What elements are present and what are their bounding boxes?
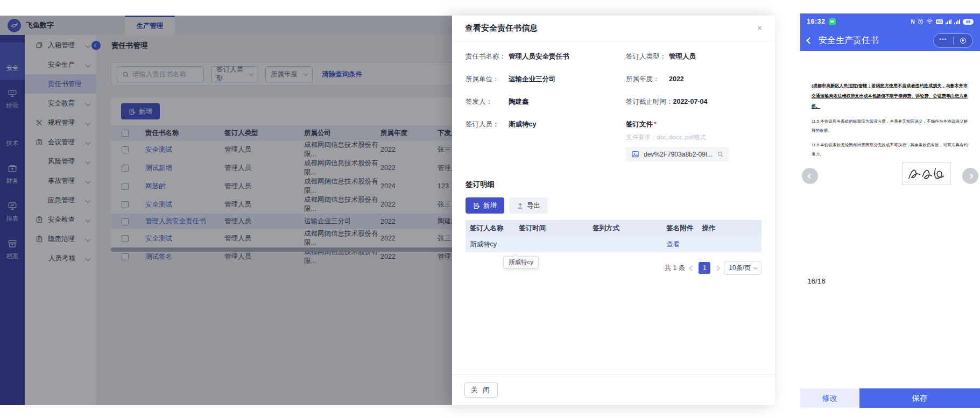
- edit-button[interactable]: 修改: [800, 388, 859, 408]
- phone-nav-bar: 安全生产责任书 •••: [800, 30, 980, 51]
- handwritten-signature: [906, 165, 948, 183]
- prev-page-circle[interactable]: [802, 168, 818, 184]
- view-attachment-link[interactable]: 查看: [666, 240, 680, 248]
- next-page-button[interactable]: [715, 266, 719, 270]
- doc-plus-icon: [473, 202, 480, 209]
- signing-detail-table: 签订人名称签订时间签到方式签名附件操作斯威特cy查看: [466, 220, 762, 252]
- close-icon[interactable]: ×: [757, 24, 762, 33]
- export-button[interactable]: 导出: [509, 197, 548, 214]
- field-value: 2022-07-04: [673, 98, 708, 105]
- signal-icon-2: [954, 19, 960, 24]
- detail-add-button[interactable]: 新增: [466, 197, 504, 214]
- field-value: 2022: [669, 75, 684, 83]
- more-menu-button[interactable]: •••: [934, 37, 953, 44]
- modal-footer: 关 闭: [452, 374, 775, 405]
- field-value: 管理人员安全责任书: [509, 53, 569, 60]
- back-chevron-icon[interactable]: [807, 38, 812, 43]
- page-indicator: 16/16: [807, 277, 826, 285]
- doc-paragraph: 11.6 本协议条款无论因何种原因部分无效或不可执行，其余条款仍有效，对双方具有…: [812, 140, 968, 159]
- image-file-icon: [631, 150, 639, 158]
- name-tooltip: 斯威特cy: [503, 256, 539, 268]
- doc-paragraph: 11.5 本协议所有条款的标题仅为阅读方便，本身并无实际涵义，不能作为本协议涵义…: [812, 117, 968, 135]
- battery-icon: 68: [963, 19, 974, 25]
- field-label: 签订截止时间：: [626, 97, 673, 107]
- column-header: 签名附件: [662, 220, 697, 236]
- file-chip-text: dev%2F7903a8b2-09f...: [644, 151, 713, 158]
- modal-title: 查看安全责任书信息: [465, 23, 538, 33]
- document-content: (成都市高新区人民法院)管辖；若因您方使用不当或者违约造成损失，乌鲁木齐市交通运…: [812, 81, 968, 159]
- chat-app-icon: [829, 18, 836, 25]
- record-close-button[interactable]: [954, 38, 973, 44]
- phone-page-title: 安全生产责任书: [819, 35, 879, 46]
- field-label: 所属单位：: [466, 75, 509, 84]
- detail-section-title: 签订明细: [466, 180, 762, 189]
- current-page-button[interactable]: 1: [699, 262, 710, 274]
- field-value: 管理人员: [669, 53, 696, 60]
- signal-icon: [946, 19, 951, 24]
- chevron-down-icon: [753, 265, 757, 269]
- column-header: 签订人名称: [466, 220, 514, 236]
- save-button[interactable]: 保存: [859, 388, 980, 408]
- wifi-icon: [926, 19, 933, 25]
- alarm-icon: [918, 19, 923, 25]
- field-value: 陶建鑫: [509, 98, 529, 105]
- view-responsibility-modal: 查看安全责任书信息 × 责任书名称：管理人员安全责任书 签订人类型：管理人员 所…: [452, 16, 775, 405]
- detail-header-row: 签订人名称签订时间签到方式签名附件操作: [466, 220, 762, 236]
- hd-icon: HD: [936, 19, 943, 24]
- phone-action-bar: 修改 保存: [800, 388, 980, 408]
- file-label: 签订文件: [626, 121, 653, 128]
- record-icon: [960, 38, 966, 44]
- field-label: 责任书名称：: [466, 52, 509, 61]
- field-label: 所属年度：: [626, 75, 669, 84]
- next-page-circle[interactable]: [962, 168, 978, 184]
- doc-paragraph-bold: (成都市高新区人民法院)管辖；若因您方使用不当或者违约造成损失，乌鲁木齐市交通运…: [812, 81, 968, 111]
- close-button[interactable]: 关 闭: [464, 382, 498, 398]
- phone-screen: 16:32 N HD 68 安全生产责任书 ••• (成都市高新区人民法院)管辖…: [800, 13, 980, 418]
- column-header: 签到方式: [588, 220, 662, 236]
- column-header: 签订时间: [514, 220, 588, 236]
- magnifier-icon: [717, 151, 724, 158]
- field-value: 斯威特cy: [509, 121, 536, 128]
- signature-box[interactable]: [903, 162, 951, 185]
- total-count: 共 1 条: [664, 264, 685, 273]
- field-value: 运输企业三分司: [509, 75, 556, 83]
- phone-status-bar: 16:32 N HD 68: [800, 13, 980, 30]
- field-label: 签订人类型：: [626, 52, 669, 61]
- field-label: 签订人员：: [466, 120, 509, 129]
- detail-row: 斯威特cy查看: [466, 236, 762, 252]
- miniprogram-capsule: •••: [933, 33, 973, 48]
- modal-body: 责任书名称：管理人员安全责任书 签订人类型：管理人员 所属单位：运输企业三分司 …: [452, 41, 775, 275]
- nfc-icon: N: [911, 19, 914, 25]
- column-header: 操作: [697, 220, 762, 236]
- status-time: 16:32: [807, 18, 825, 25]
- page-size-select[interactable]: 10条/页: [724, 261, 762, 275]
- signed-file-chip[interactable]: dev%2F7903a8b2-09f...: [626, 147, 729, 161]
- modal-header: 查看安全责任书信息 ×: [452, 16, 775, 41]
- status-icons: N HD 68: [911, 19, 974, 25]
- field-label: 签发人：: [466, 97, 509, 107]
- prev-page-button[interactable]: [690, 266, 694, 270]
- upload-icon: [517, 202, 524, 209]
- required-asterisk: *: [654, 121, 657, 128]
- file-hint: 文件要求：doc,docx,.pdf格式: [626, 133, 762, 141]
